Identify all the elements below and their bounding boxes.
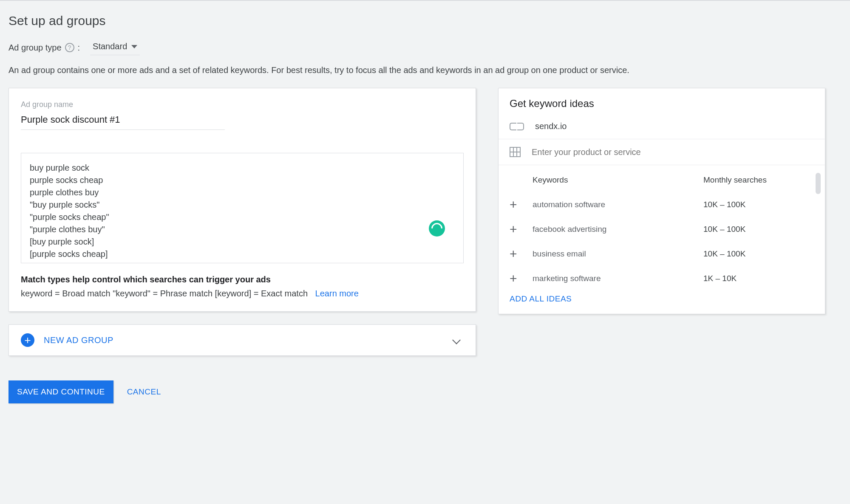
ad-group-type-value: Standard [93, 42, 127, 51]
ideas-table-header: Keywords Monthly searches [499, 165, 825, 192]
ideas-product-input[interactable] [532, 147, 814, 157]
idea-row: + automation software 10K – 100K [499, 192, 825, 217]
match-types-title: Match types help control which searches … [21, 275, 464, 284]
idea-keyword: automation software [528, 200, 703, 209]
keyword-ideas-card: Get keyword ideas sendx.io Keywords Mont… [498, 88, 825, 314]
ideas-url-row[interactable]: sendx.io [499, 114, 825, 139]
idea-row: + marketing software 1K – 10K [499, 266, 825, 285]
ad-group-name-label: Ad group name [21, 100, 464, 109]
ad-group-type-row: Ad group type ? : Standard [8, 40, 842, 55]
col-searches: Monthly searches [703, 175, 814, 185]
add-all-ideas-button[interactable]: ADD ALL IDEAS [499, 285, 825, 305]
save-continue-button[interactable]: SAVE AND CONTINUE [8, 380, 113, 403]
add-keyword-button[interactable]: + [510, 223, 528, 236]
idea-keyword: business email [528, 249, 703, 259]
chevron-down-icon [452, 336, 461, 344]
grammarly-icon[interactable] [429, 220, 445, 237]
link-icon [510, 123, 524, 130]
chevron-down-icon [131, 45, 137, 48]
page-title: Set up ad groups [8, 14, 842, 28]
idea-volume: 10K – 100K [703, 249, 814, 259]
grid-icon [510, 147, 521, 157]
keyword-ideas-title: Get keyword ideas [499, 98, 825, 114]
page-description: An ad group contains one or more ads and… [8, 65, 842, 75]
new-ad-group-button[interactable]: + NEW AD GROUP [8, 324, 476, 356]
ad-group-type-select[interactable]: Standard [90, 40, 140, 55]
idea-keyword: marketing software [528, 274, 703, 283]
idea-row: + facebook advertising 10K – 100K [499, 217, 825, 242]
ad-group-card: Ad group name Match types help control w… [8, 88, 476, 312]
add-keyword-button[interactable]: + [510, 272, 528, 285]
colon: : [78, 43, 80, 53]
cancel-button[interactable]: CANCEL [127, 387, 161, 397]
add-keyword-button[interactable]: + [510, 248, 528, 260]
help-icon[interactable]: ? [65, 43, 74, 52]
ideas-product-row[interactable] [499, 139, 825, 165]
idea-volume: 1K – 10K [703, 274, 814, 283]
match-types-legend: keyword = Broad match "keyword" = Phrase… [21, 289, 464, 298]
new-ad-group-label: NEW AD GROUP [44, 335, 113, 345]
scrollbar-thumb[interactable] [816, 173, 821, 194]
add-keyword-button[interactable]: + [510, 198, 528, 211]
idea-row: + business email 10K – 100K [499, 242, 825, 266]
col-keywords: Keywords [533, 175, 703, 185]
match-legend-text: keyword = Broad match "keyword" = Phrase… [21, 289, 308, 298]
idea-volume: 10K – 100K [703, 225, 814, 234]
ad-group-name-input[interactable] [21, 113, 225, 130]
plus-circle-icon: + [21, 333, 34, 347]
idea-keyword: facebook advertising [528, 225, 703, 234]
ideas-url-value: sendx.io [535, 121, 567, 131]
learn-more-link[interactable]: Learn more [315, 289, 359, 298]
ad-group-type-label: Ad group type [8, 43, 62, 53]
idea-volume: 10K – 100K [703, 200, 814, 209]
keywords-textarea[interactable] [21, 153, 464, 263]
